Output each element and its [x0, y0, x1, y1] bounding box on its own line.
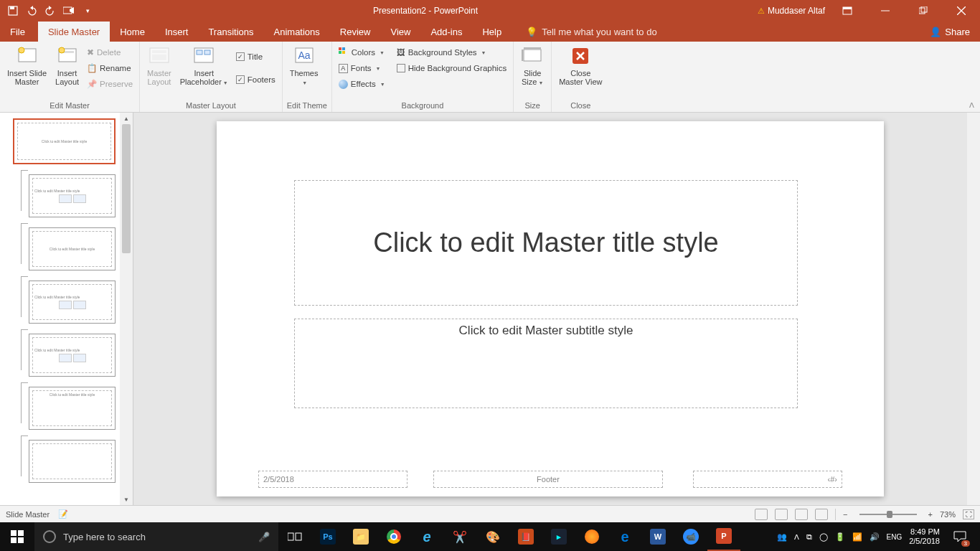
tab-animations[interactable]: Animations — [264, 22, 330, 42]
subtitle-placeholder[interactable]: Click to edit Master subtitle style — [294, 319, 798, 408]
fit-to-window-button[interactable]: ⛶ — [963, 509, 974, 519]
layout-thumbnail[interactable]: Click to edit Master title style — [29, 334, 116, 377]
tab-transitions[interactable]: Transitions — [198, 22, 263, 42]
footers-checkbox[interactable]: ✓Footers — [234, 72, 278, 88]
undo-icon[interactable] — [26, 5, 37, 17]
taskbar-app-chrome[interactable] — [377, 522, 410, 551]
layout-thumbnail[interactable]: Click to edit Master title style — [29, 281, 116, 324]
taskbar-app-word[interactable]: W — [641, 522, 674, 551]
background-styles-button[interactable]: 🖼Background Styles▼ — [395, 44, 509, 60]
thumbnail-scrollbar[interactable]: ▲ ▼ — [120, 113, 133, 505]
zoom-level[interactable]: 73% — [940, 510, 956, 519]
action-center-button[interactable]: 3 — [947, 522, 973, 551]
title-placeholder[interactable]: Click to edit Master title style — [294, 180, 798, 306]
microphone-icon[interactable]: 🎤 — [250, 532, 278, 542]
save-icon[interactable] — [7, 5, 19, 17]
tray-people-icon[interactable]: 👥 — [777, 532, 787, 542]
tray-wifi-icon[interactable]: 📶 — [852, 532, 862, 542]
zoom-in-button[interactable]: + — [928, 510, 933, 519]
scroll-down-icon[interactable]: ▼ — [120, 494, 133, 505]
layout-thumbnail[interactable] — [29, 440, 116, 483]
slideshow-button[interactable] — [815, 509, 828, 520]
tray-volume-icon[interactable]: 🔊 — [870, 532, 880, 542]
effects-button[interactable]: Effects▼ — [336, 76, 387, 92]
taskbar-app-powerpoint[interactable]: P — [707, 522, 740, 551]
ribbon-tabs: File Slide Master Home Insert Transition… — [0, 22, 980, 42]
zoom-out-button[interactable]: − — [843, 510, 847, 519]
reading-view-button[interactable] — [795, 509, 808, 520]
tray-dropbox-icon[interactable]: ⧉ — [806, 532, 812, 542]
scroll-thumb[interactable] — [122, 124, 131, 253]
rename-button[interactable]: 📋Rename — [85, 60, 135, 76]
tab-slide-master[interactable]: Slide Master — [38, 22, 110, 42]
tab-home[interactable]: Home — [110, 22, 155, 42]
ribbon-display-options-icon[interactable] — [831, 0, 863, 22]
themes-button[interactable]: Aa Themes▼ — [287, 43, 321, 88]
hide-bg-graphics-checkbox[interactable]: Hide Background Graphics — [395, 60, 509, 76]
layout-thumbnail[interactable]: Click to edit Master title style — [29, 174, 116, 217]
colors-button[interactable]: Colors▼ — [336, 44, 387, 60]
tray-battery-icon[interactable]: 🔋 — [835, 532, 845, 542]
fonts-button[interactable]: AFonts▼ — [336, 60, 387, 76]
slide-sorter-button[interactable] — [775, 509, 788, 520]
account-warning[interactable]: ⚠Muddaser Altaf — [758, 6, 825, 16]
normal-view-button[interactable] — [755, 509, 768, 520]
zoom-slider[interactable] — [859, 514, 917, 515]
redo-icon[interactable] — [44, 5, 56, 17]
tab-addins[interactable]: Add-ins — [420, 22, 472, 42]
group-close: Close Master View Close — [552, 42, 609, 112]
taskbar-app-edge[interactable]: e — [608, 522, 641, 551]
tell-me-search[interactable]: 💡 Tell me what you want to do — [512, 22, 656, 42]
scroll-track[interactable] — [120, 124, 133, 494]
taskbar-app-firefox[interactable] — [575, 522, 608, 551]
taskbar-app-file-explorer[interactable]: 📁 — [344, 522, 377, 551]
tab-help[interactable]: Help — [472, 22, 512, 42]
insert-slide-master-button[interactable]: Insert Slide Master — [4, 43, 50, 88]
slide-number-placeholder[interactable]: ‹#› — [693, 471, 842, 488]
qat-customize-icon[interactable]: ▾ — [82, 5, 93, 17]
start-button[interactable] — [0, 522, 34, 551]
taskbar-app-ie[interactable]: e — [410, 522, 443, 551]
date-placeholder[interactable]: 2/5/2018 — [258, 471, 407, 488]
tray-expand-icon[interactable]: ᐱ — [794, 533, 799, 541]
editor-scrollbar[interactable] — [967, 113, 980, 505]
collapse-ribbon-icon[interactable]: ᐱ — [963, 98, 980, 112]
zoom-handle[interactable] — [887, 511, 892, 518]
slide-size-button[interactable]: Slide Size▼ — [518, 43, 547, 88]
share-button[interactable]: 👤 Share — [920, 22, 980, 42]
tab-file[interactable]: File — [0, 22, 35, 42]
svg-rect-38 — [296, 533, 301, 540]
footer-placeholder[interactable]: Footer — [433, 471, 663, 488]
taskbar-app-filmora[interactable]: ▸ — [542, 522, 575, 551]
taskbar-app-photoshop[interactable]: Ps — [311, 522, 344, 551]
group-background: Colors▼ AFonts▼ Effects▼ 🖼Background Sty… — [332, 42, 514, 112]
taskbar-app-dictionary[interactable]: 📕 — [509, 522, 542, 551]
close-button[interactable] — [945, 0, 977, 22]
taskbar-app-snip[interactable]: ✂️ — [443, 522, 476, 551]
slide-master-thumbnail[interactable]: Click to edit Master title style — [13, 118, 116, 164]
slide-canvas[interactable]: Click to edit Master title style Click t… — [217, 121, 884, 496]
minimize-button[interactable] — [869, 0, 901, 22]
taskbar-app-zoom[interactable]: 📹 — [674, 522, 707, 551]
tray-language-icon[interactable]: ENG — [887, 533, 903, 541]
thumbnail-list[interactable]: Click to edit Master title style Click t… — [0, 113, 120, 505]
task-view-button[interactable] — [278, 522, 311, 551]
layout-thumbnail[interactable]: Click to edit Master title style — [29, 387, 116, 430]
notes-icon[interactable]: 📝 — [58, 509, 68, 519]
title-checkbox[interactable]: ✓Title — [234, 49, 278, 65]
start-from-beginning-icon[interactable] — [63, 5, 75, 17]
slide-editor[interactable]: Click to edit Master title style Click t… — [133, 113, 967, 505]
insert-placeholder-button[interactable]: Insert Placeholder▼ — [177, 43, 231, 88]
tray-location-icon[interactable]: ◯ — [819, 532, 828, 542]
taskbar-search[interactable]: Type here to search 🎤 — [34, 522, 278, 551]
tray-clock[interactable]: 8:49 PM 2/5/2018 — [909, 527, 940, 546]
layout-thumbnail[interactable]: Click to edit Master title style — [29, 227, 116, 270]
insert-layout-button[interactable]: Insert Layout — [52, 43, 82, 88]
tab-insert[interactable]: Insert — [155, 22, 199, 42]
tab-view[interactable]: View — [380, 22, 420, 42]
close-master-view-button[interactable]: Close Master View — [556, 43, 605, 88]
scroll-up-icon[interactable]: ▲ — [120, 113, 133, 124]
maximize-button[interactable] — [907, 0, 939, 22]
taskbar-app-paint[interactable]: 🎨 — [476, 522, 509, 551]
tab-review[interactable]: Review — [330, 22, 381, 42]
